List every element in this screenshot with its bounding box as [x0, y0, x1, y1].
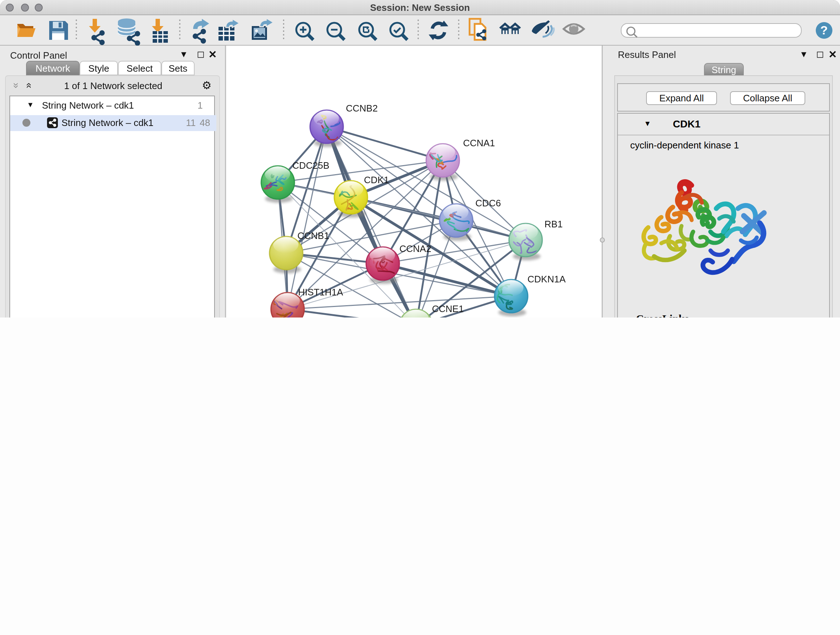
svg-text:CDC25B: CDC25B [292, 160, 330, 171]
svg-text:CCNA1: CCNA1 [463, 138, 495, 149]
svg-text:CCNB1: CCNB1 [297, 230, 329, 241]
svg-text:HIST1H1A: HIST1H1A [298, 287, 343, 298]
svg-text:CDKN1A: CDKN1A [527, 274, 566, 285]
svg-text:RB1: RB1 [545, 219, 563, 230]
svg-text:CCNA2: CCNA2 [399, 243, 431, 254]
svg-text:?: ? [821, 23, 828, 37]
svg-text:CCNE1: CCNE1 [432, 303, 464, 314]
svg-text:CDC6: CDC6 [475, 198, 501, 209]
svg-text:CDK1: CDK1 [364, 174, 389, 185]
svg-text:CCNB2: CCNB2 [346, 103, 378, 114]
